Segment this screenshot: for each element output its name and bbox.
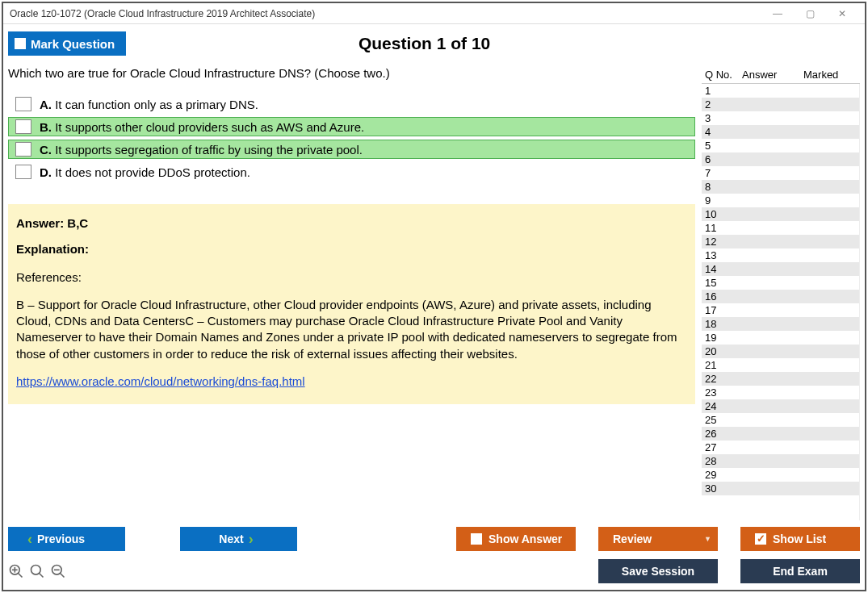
question-list-row[interactable]: 19 — [702, 331, 859, 345]
option-label: B. It supports other cloud providers suc… — [40, 120, 364, 134]
header-answer: Answer — [742, 69, 803, 81]
explanation-heading: Explanation: — [16, 241, 687, 257]
options-list: A. It can function only as a primary DNS… — [8, 94, 695, 182]
question-list-row[interactable]: 13 — [702, 248, 859, 262]
option-checkbox[interactable] — [15, 119, 31, 134]
question-list-row[interactable]: 1 — [702, 84, 859, 98]
show-list-button[interactable]: ✓ Show List — [740, 527, 860, 551]
window-title: Oracle 1z0-1072 (Oracle Cloud Infrastruc… — [10, 8, 761, 19]
question-list-row[interactable]: 12 — [702, 235, 859, 248]
references-label: References: — [16, 269, 687, 286]
dropdown-arrow-icon: ▼ — [704, 535, 711, 543]
checked-box-icon: ✓ — [755, 533, 766, 545]
option-label: C. It supports segregation of traffic by… — [40, 143, 363, 157]
explanation-body: B – Support for Oracle Cloud Infrastruct… — [16, 297, 687, 362]
zoom-out-button[interactable] — [50, 563, 66, 579]
question-list-row[interactable]: 24 — [702, 399, 859, 413]
question-list-row[interactable]: 6 — [702, 152, 859, 166]
checkbox-icon — [15, 38, 26, 49]
question-list-row[interactable]: 28 — [702, 454, 859, 468]
option-label: D. It does not provide DDoS protection. — [40, 165, 250, 179]
explanation-box: Answer: B,C Explanation: References: B –… — [8, 204, 695, 404]
reference-link[interactable]: https://www.oracle.com/cloud/networking/… — [16, 374, 305, 388]
svg-line-7 — [61, 574, 65, 578]
previous-button[interactable]: ‹ Previous — [8, 527, 125, 551]
header-qno: Q No. — [702, 69, 742, 81]
option-label: A. It can function only as a primary DNS… — [40, 98, 258, 111]
show-answer-button[interactable]: Show Answer — [456, 527, 576, 551]
question-list-row[interactable]: 5 — [702, 139, 859, 152]
question-list-row[interactable]: 3 — [702, 111, 859, 125]
svg-line-5 — [40, 574, 44, 578]
title-bar: Oracle 1z0-1072 (Oracle Cloud Infrastruc… — [3, 3, 865, 24]
minimize-button[interactable]: — — [761, 5, 794, 23]
svg-line-1 — [19, 574, 23, 578]
zoom-in-button[interactable] — [8, 563, 24, 579]
question-list-row[interactable]: 16 — [702, 290, 859, 303]
checkbox-icon — [471, 533, 482, 545]
question-list-row[interactable]: 25 — [702, 413, 859, 427]
question-list-row[interactable]: 11 — [702, 221, 859, 235]
question-list-row[interactable]: 8 — [702, 180, 859, 194]
option-C[interactable]: C. It supports segregation of traffic by… — [8, 140, 695, 159]
next-button[interactable]: Next › — [180, 527, 297, 551]
answer-label: Answer: B,C — [16, 215, 687, 232]
question-list-row[interactable]: 2 — [702, 98, 859, 111]
question-list-row[interactable]: 23 — [702, 386, 859, 399]
option-D[interactable]: D. It does not provide DDoS protection. — [8, 162, 695, 182]
question-list-row[interactable]: 27 — [702, 441, 859, 454]
question-list-row[interactable]: 18 — [702, 317, 859, 331]
question-list-header: Q No. Answer Marked — [702, 66, 860, 84]
question-text: Which two are true for Oracle Cloud Infr… — [8, 66, 695, 80]
option-checkbox[interactable] — [15, 142, 31, 157]
question-list-row[interactable]: 22 — [702, 372, 859, 386]
question-list-row[interactable]: 17 — [702, 303, 859, 317]
question-list[interactable]: 1234567891011121314151617181920212223242… — [702, 84, 860, 520]
svg-point-4 — [31, 566, 41, 575]
chevron-left-icon: ‹ — [27, 531, 32, 548]
question-list-row[interactable]: 9 — [702, 194, 859, 207]
question-list-row[interactable]: 26 — [702, 427, 859, 441]
maximize-button[interactable]: ▢ — [794, 5, 826, 23]
chevron-right-icon: › — [249, 531, 254, 548]
save-session-button[interactable]: Save Session — [598, 559, 718, 583]
question-list-row[interactable]: 4 — [702, 125, 859, 139]
option-B[interactable]: B. It supports other cloud providers suc… — [8, 117, 695, 136]
review-dropdown[interactable]: Review ▼ — [598, 527, 718, 551]
question-counter: Question 1 of 10 — [126, 34, 723, 53]
question-list-row[interactable]: 21 — [702, 358, 859, 372]
question-list-row[interactable]: 30 — [702, 482, 859, 495]
mark-question-button[interactable]: Mark Question — [8, 31, 126, 56]
question-list-row[interactable]: 14 — [702, 262, 859, 276]
question-list-row[interactable]: 7 — [702, 166, 859, 180]
option-checkbox[interactable] — [15, 97, 31, 111]
header-marked: Marked — [803, 69, 849, 81]
question-list-row[interactable]: 15 — [702, 276, 859, 290]
zoom-reset-button[interactable] — [29, 563, 45, 579]
question-list-row[interactable]: 29 — [702, 468, 859, 482]
mark-question-label: Mark Question — [31, 37, 115, 51]
option-checkbox[interactable] — [15, 165, 31, 179]
option-A[interactable]: A. It can function only as a primary DNS… — [8, 94, 695, 114]
question-list-row[interactable]: 20 — [702, 345, 859, 358]
question-list-row[interactable]: 10 — [702, 207, 859, 221]
close-button[interactable]: ✕ — [826, 5, 858, 23]
end-exam-button[interactable]: End Exam — [740, 559, 860, 583]
